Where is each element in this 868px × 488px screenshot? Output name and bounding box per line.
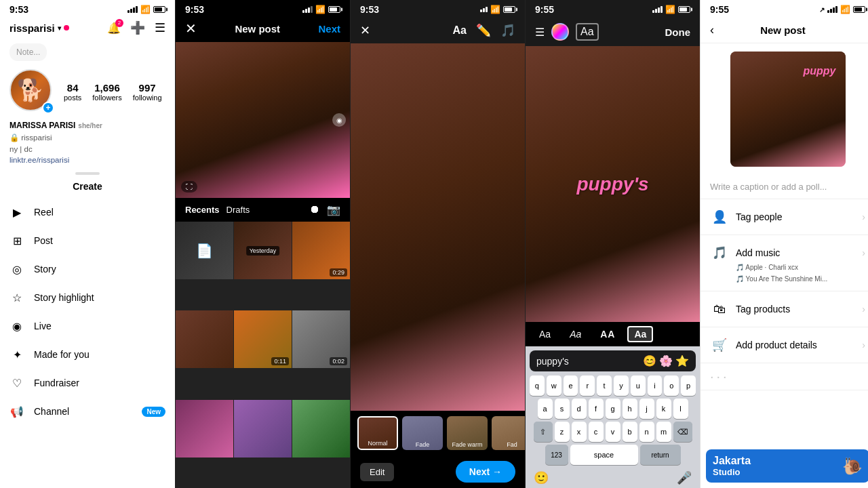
filter-fade-warm[interactable]: Fade warm [447,416,488,450]
font-style-1[interactable]: Aa [532,326,557,342]
story-icon: ◎ [9,262,24,277]
emoji-keyboard-icon[interactable]: 🙂 [534,470,549,485]
key-d[interactable]: d [572,399,587,419]
key-space[interactable]: space [570,445,638,465]
key-123[interactable]: 123 [545,445,568,465]
jakarta-banner: Jakarta Studio 🐌 [706,449,868,483]
photo-cell[interactable] [176,400,233,458]
key-return[interactable]: return [640,445,681,465]
profile-link[interactable]: linktr.ee/rissparisi [0,155,175,168]
photo-cell[interactable]: 0:11 [234,310,292,368]
key-t[interactable]: t [597,375,612,396]
mic-icon[interactable]: 🎤 [677,470,692,485]
filter-normal[interactable]: Normal [357,416,398,450]
key-b[interactable]: b [623,422,637,442]
time-4: 9:55 [535,4,554,15]
recents-button[interactable]: Recents [185,205,220,215]
caption-input[interactable]: Write a caption or add a poll... [701,175,868,199]
key-p[interactable]: p [681,375,696,396]
tag-products-item[interactable]: 🛍 Tag products › [701,291,868,327]
key-o[interactable]: o [664,375,679,396]
key-shift[interactable]: ⇧ [534,422,553,442]
key-h[interactable]: h [623,399,637,419]
drafts-button[interactable]: Drafts [226,205,250,215]
avatar-image: 🐕 [17,77,44,103]
yesterday-label: Yesterday [246,246,280,256]
menu-item-post[interactable]: ⊞ Post [0,226,175,255]
record-icon[interactable]: ⏺ [309,203,320,216]
music-tool-button[interactable]: 🎵 [500,23,515,38]
key-n[interactable]: n [639,422,654,442]
add-music-item[interactable]: 🎵 Add music › 🎵 Apple · Charli xcx 🎵 You… [701,235,868,291]
keyboard-row-2: a s d f g h j k l [530,399,696,419]
filter-fad[interactable]: Fad [492,416,525,450]
next-button[interactable]: Next [318,23,340,35]
background-style-icon[interactable]: Aa [576,23,599,41]
color-picker-dot[interactable] [551,23,569,41]
close-story-button[interactable]: ✕ [360,23,370,38]
menu-icon[interactable]: ☰ [155,20,165,35]
menu-item-fundraiser[interactable]: ♡ Fundraiser [0,369,175,397]
photo-cell[interactable] [234,400,292,458]
menu-item-channel[interactable]: 📢 Channel New [0,397,175,426]
story-label: Story [34,264,165,274]
font-style-4[interactable]: Aa [627,326,653,342]
edit-button[interactable]: Edit [360,463,394,481]
brush-tool-button[interactable]: ✏️ [476,23,491,38]
key-m[interactable]: m [656,422,671,442]
done-button[interactable]: Done [665,26,691,38]
key-q[interactable]: q [530,375,545,396]
align-icon[interactable]: ☰ [535,26,545,39]
photo-cell[interactable] [176,310,233,368]
key-backspace[interactable]: ⌫ [673,422,692,442]
menu-item-made-for-you[interactable]: ✦ Made for you [0,340,175,369]
photo-cell[interactable]: 0:29 [292,222,350,279]
menu-item-live[interactable]: ◉ Live [0,312,175,340]
newpost-nav: ✕ New post Next [176,18,350,42]
font-style-3[interactable]: AA [593,326,622,342]
menu-item-reel[interactable]: ▶ Reel [0,198,175,226]
close-button[interactable]: ✕ [185,20,197,37]
text-tool-button[interactable]: Aa [453,24,467,37]
key-a[interactable]: a [538,399,553,419]
filter-fade[interactable]: Fade [402,416,443,450]
key-z[interactable]: z [555,422,570,442]
photo-cell[interactable] [292,400,350,458]
camera-icon[interactable]: 📷 [327,203,340,216]
key-v[interactable]: v [606,422,620,442]
menu-item-story[interactable]: ◎ Story [0,255,175,283]
menu-item-story-highlight[interactable]: ☆ Story highlight [0,283,175,312]
tag-people-item[interactable]: 👤 Tag people › [701,199,868,235]
add-icon[interactable]: ➕ [130,20,145,35]
selector-handle[interactable]: ◉ [332,113,346,127]
key-g[interactable]: g [606,399,620,419]
time-5: 9:55 [710,4,729,15]
key-i[interactable]: i [648,375,663,396]
story-editor-panel: 9:53 📶 ✕ Aa ✏️ 🎵 Normal [350,0,525,488]
key-r[interactable]: r [580,375,595,396]
key-w[interactable]: w [547,375,561,396]
key-j[interactable]: j [639,399,654,419]
key-y[interactable]: y [614,375,629,396]
key-x[interactable]: x [572,422,587,442]
story-next-button[interactable]: Next → [456,461,515,483]
key-s[interactable]: s [555,399,570,419]
banner-area: Jakarta Studio 🐌 [701,449,868,488]
key-c[interactable]: c [589,422,604,442]
dropdown-icon[interactable]: ▾ [58,24,61,32]
photo-cell[interactable]: Yesterday [234,222,292,279]
add-story-button[interactable]: + [42,102,54,114]
photo-cell[interactable]: 0:02 [292,310,350,368]
keyboard-input-text: puppy's [536,356,569,367]
key-u[interactable]: u [631,375,646,396]
font-style-2[interactable]: Aa [563,326,588,342]
key-e[interactable]: e [564,375,578,396]
key-f[interactable]: f [589,399,604,419]
key-k[interactable]: k [656,399,671,419]
add-product-details-item[interactable]: 🛒 Add product details › [701,327,868,363]
back-button[interactable]: ‹ [710,23,714,37]
notification-icon[interactable]: 🔔 2 [107,22,121,35]
photo-cell[interactable]: 📄 [176,222,233,279]
note-bubble[interactable]: Note... [9,43,47,61]
key-l[interactable]: l [673,399,688,419]
